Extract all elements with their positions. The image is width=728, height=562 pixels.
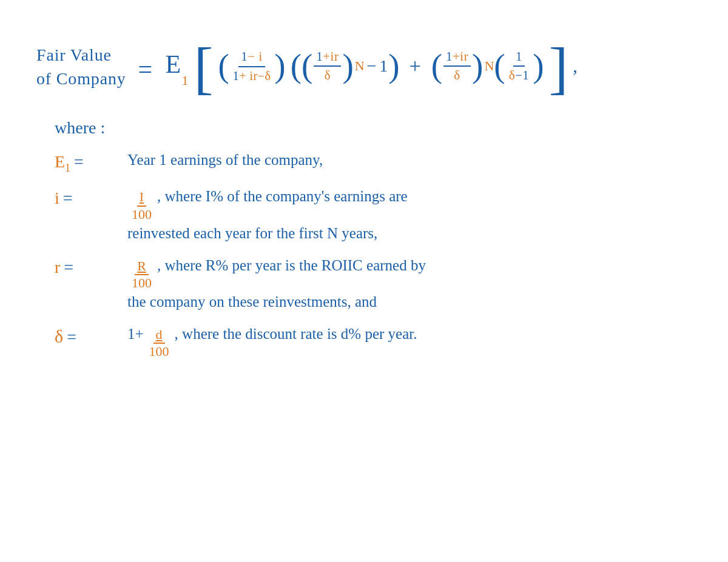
e1-variable: E1 <box>166 50 189 82</box>
lhs-label: Fair Value of Company <box>36 43 126 90</box>
def-symbol-r: r = <box>55 254 127 280</box>
term3-group: ( 1+ir δ ) N ( 1 δ−1 ) <box>431 49 544 83</box>
term2-inner: ( 1+ir δ ) N <box>302 49 365 83</box>
plus-sign: + <box>409 55 421 78</box>
bracket-open: [ <box>194 45 214 91</box>
r-fraction: R 100 <box>129 259 154 290</box>
def-symbol-delta: δ = <box>55 323 127 351</box>
term1-fraction: 1− i 1+ ir−δ <box>231 49 274 82</box>
trailing-comma: , <box>573 56 578 76</box>
formula-section: Fair Value of Company = E1 [ ( 1− i 1+ i… <box>36 36 692 91</box>
definition-delta: δ = 1+ d 100 , where the discount rate i… <box>55 323 692 359</box>
definition-i: i = I 100 , where I% of the company's ea… <box>55 185 692 245</box>
term2-fraction: 1+ir δ <box>314 49 341 83</box>
where-title: where : <box>55 118 692 138</box>
def-content-delta: 1+ d 100 , where the discount rate is d%… <box>127 323 692 359</box>
term3-fraction1: 1+ir δ <box>443 49 471 83</box>
definition-r: r = R 100 , where R% per year is the ROI… <box>55 254 692 314</box>
i-fraction: I 100 <box>129 190 154 221</box>
def-content-e1: Year 1 earnings of the company, <box>127 149 692 172</box>
delta-fraction: d 100 <box>147 327 172 359</box>
bracket-close: ] <box>549 45 568 91</box>
term1-group: ( 1− i 1+ ir−δ ) <box>218 49 285 82</box>
term3-fraction2: 1 δ−1 <box>507 49 532 83</box>
rhs-formula: = E1 [ ( 1− i 1+ ir−δ ) ( ( <box>138 41 578 91</box>
def-symbol-i: i = <box>55 185 127 211</box>
def-content-r: R 100 , where R% per year is the ROIIC e… <box>127 254 692 314</box>
main-page: Fair Value of Company = E1 [ ( 1− i 1+ i… <box>0 0 728 562</box>
term3-factor2: ( 1 δ−1 ) <box>494 49 544 83</box>
def-content-i: I 100 , where I% of the company's earnin… <box>127 185 692 245</box>
term2-group: ( ( 1+ir δ ) N − 1 ) <box>291 49 400 83</box>
definition-e1: E1 = Year 1 earnings of the company, <box>55 149 692 176</box>
term3-base: ( 1+ir δ ) N <box>431 49 494 83</box>
equals-sign: = <box>138 55 153 84</box>
where-section: where : E1 = Year 1 earnings of the comp… <box>36 118 692 359</box>
def-symbol-e1: E1 = <box>55 149 127 176</box>
